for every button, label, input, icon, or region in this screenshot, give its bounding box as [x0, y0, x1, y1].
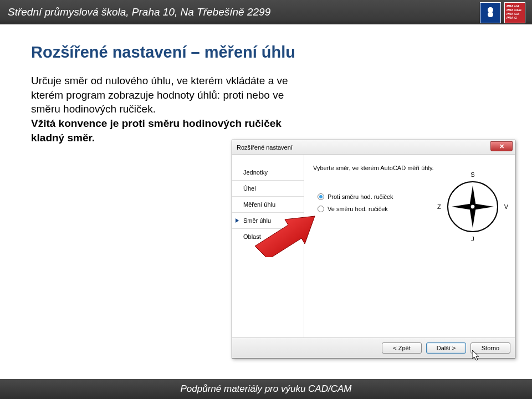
- radio-label: Proti směru hod. ručiček: [328, 193, 393, 200]
- close-button[interactable]: ✕: [490, 141, 513, 151]
- sidebar-item-label: Směr úhlu: [243, 217, 271, 224]
- radio-icon: [318, 193, 324, 200]
- sidebar-item-jednotky[interactable]: Jednotky: [232, 165, 304, 181]
- dialog-sidebar: Jednotky Úhel Měření úhlu Směr úhlu Obla…: [232, 155, 304, 337]
- slide-content: Rozšířené nastavení – měření úhlu Určuje…: [0, 24, 532, 145]
- close-icon: ✕: [499, 143, 504, 150]
- radio-label: Ve směru hod. ručiček: [328, 206, 388, 212]
- compass-label-w: Z: [437, 203, 441, 210]
- header-bar: Střední průmyslová škola, Praha 10, Na T…: [0, 0, 532, 24]
- school-name: Střední průmyslová škola, Praha 10, Na T…: [8, 6, 270, 18]
- sidebar-item-uhel[interactable]: Úhel: [232, 181, 304, 197]
- dialog-body: Jednotky Úhel Měření úhlu Směr úhlu Obla…: [232, 155, 515, 337]
- sidebar-item-oblast[interactable]: Oblast: [232, 229, 304, 244]
- footer-bar: Podpůrné materiály pro výuku CAD/CAM: [0, 379, 532, 399]
- dialog-instruction: Vyberte směr, ve kterém AutoCAD měří úhl…: [313, 165, 506, 171]
- sidebar-item-mereni-uhlu[interactable]: Měření úhlu: [232, 197, 304, 213]
- sidebar-item-smer-uhlu[interactable]: Směr úhlu: [232, 213, 304, 229]
- dialog-main: Vyberte směr, ve kterém AutoCAD měří úhl…: [304, 155, 515, 337]
- button-label: Další >: [437, 345, 456, 351]
- body-text: Určuje směr od nulového úhlu, ve kterém …: [31, 74, 308, 145]
- paragraph-1: Určuje směr od nulového úhlu, ve kterém …: [31, 75, 288, 115]
- compass-label-n: S: [470, 171, 474, 178]
- footer-text: Podpůrné materiály pro výuku CAD/CAM: [181, 383, 352, 395]
- compass-label-s: J: [471, 236, 474, 242]
- sidebar-item-label: Oblast: [243, 233, 261, 240]
- page-title: Rozšířené nastavení – měření úhlu: [31, 43, 501, 62]
- button-label: Storno: [482, 345, 499, 351]
- svg-point-3: [470, 204, 475, 209]
- next-button[interactable]: Další >: [426, 342, 466, 354]
- back-button[interactable]: < Zpět: [382, 342, 422, 354]
- compass-label-e: V: [504, 203, 508, 210]
- logo-praha: PRA HA PRA GUE PRA GA PRA G: [504, 2, 525, 23]
- marker-icon: [236, 218, 239, 223]
- cursor-icon: [472, 350, 481, 364]
- svg-marker-5: [472, 350, 479, 360]
- compass-icon: S J Z V: [446, 180, 499, 233]
- dialog-title: Rozšířené nastavení: [237, 144, 293, 151]
- sidebar-item-label: Měření úhlu: [243, 201, 275, 208]
- dialog-titlebar[interactable]: Rozšířené nastavení ✕: [232, 140, 515, 155]
- header-logos: PRA HA PRA GUE PRA GA PRA G: [480, 2, 525, 23]
- radio-icon: [318, 206, 324, 212]
- settings-dialog: Rozšířené nastavení ✕ Jednotky Úhel Měře…: [232, 140, 515, 359]
- button-label: < Zpět: [393, 345, 411, 351]
- sidebar-item-label: Úhel: [243, 185, 256, 192]
- sidebar-item-label: Jednotky: [243, 169, 268, 176]
- logo-sps: [480, 2, 501, 23]
